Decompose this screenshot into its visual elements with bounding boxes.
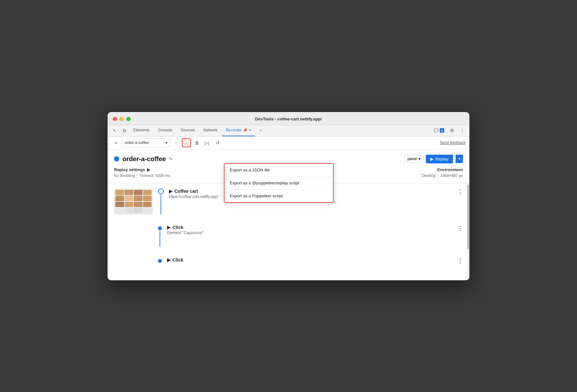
devtools-body: ↖ ⧉ Elements Console Sources Network (108, 125, 469, 280)
thumb-cell (125, 202, 133, 207)
close-button[interactable] (113, 117, 117, 121)
layers-icon: ⧉ (123, 128, 126, 133)
step-title-2: ▶ Click (167, 225, 452, 230)
delete-btn[interactable]: 🗑 (192, 138, 201, 147)
recording-select-name: order-a-coffee (125, 140, 149, 145)
play-icon: ▶ (430, 157, 434, 161)
fullscreen-button[interactable] (126, 117, 131, 121)
step-content-3: ▶ Click (167, 257, 452, 263)
send-feedback-link[interactable]: Send feedback (440, 140, 466, 145)
thumb-cell (143, 208, 152, 213)
replay-dropdown-btn[interactable]: ▾ (456, 155, 463, 163)
panel-chevron-icon: ▾ (418, 157, 420, 161)
export-puppeteer-replay-item[interactable]: Export as a @puppeteer/replay script (225, 177, 333, 190)
export-puppeteer-item[interactable]: Export as a Puppeteer script (225, 190, 333, 202)
recording-select[interactable]: order-a-coffee ▾ (122, 138, 170, 147)
trash-icon: 🗑 (195, 140, 199, 145)
step-connector-3 (158, 257, 162, 263)
step-expand-icon[interactable]: ▶ (169, 189, 173, 194)
download-icon: ↓ (185, 140, 188, 145)
thumb-cell (125, 208, 133, 213)
edit-icon[interactable]: ✎ (169, 156, 173, 161)
toolbar: + order-a-coffee ▾ ↑ ↓ 🗑 ▷| ↺ Send feedb… (108, 137, 469, 150)
cursor-icon-btn[interactable]: ↖ (110, 126, 119, 135)
step-more-3[interactable]: ⋮ (457, 257, 463, 264)
window-title: DevTools - coffee-cart.netlify.app/ (255, 117, 322, 121)
download-btn[interactable]: ↓ (182, 138, 191, 147)
title-bar: DevTools - coffee-cart.netlify.app/ (108, 112, 469, 125)
panel-controls: panel ▾ ▶ Replay ▾ (404, 155, 463, 163)
step-expand-icon-2[interactable]: ▶ (167, 225, 171, 230)
scrollbar[interactable] (467, 183, 469, 280)
refresh-icon: ↺ (216, 140, 219, 145)
settings-expand-icon: ▶ (147, 167, 150, 172)
thumb-cell (134, 190, 142, 195)
step-line-2 (160, 231, 160, 247)
step-circle-filled-2 (158, 226, 162, 230)
thumb-cell (134, 208, 142, 213)
thumb-cell (125, 196, 133, 201)
panel-select[interactable]: panel ▾ (404, 155, 423, 163)
thumb-cell (115, 208, 124, 213)
thumb-cell (115, 202, 124, 207)
thumb-cell (143, 202, 152, 207)
overflow-icon: ⋮ (460, 128, 465, 133)
thumb-cell (115, 190, 124, 195)
play-step-icon: ▷| (205, 140, 209, 145)
chat-icon: 💬 (434, 128, 438, 133)
recording-title: order-a-coffee (122, 155, 166, 163)
tab-console[interactable]: Console (154, 125, 176, 136)
step-click-1: ▶ Click Element "Cappucino" ⋮ (114, 225, 463, 247)
thumb-cell (115, 196, 124, 201)
step-expand-icon-3[interactable]: ▶ (167, 257, 171, 263)
thumb-cell (125, 190, 133, 195)
thumb-cell (134, 202, 142, 207)
upload-btn[interactable]: ↑ (172, 138, 181, 147)
step-thumbnail (114, 189, 153, 214)
recorder-close-icon[interactable]: × (249, 128, 251, 132)
replay-settings-section: Replay settings ▶ No throttling | Timeou… (114, 167, 170, 178)
traffic-lights (113, 117, 131, 121)
refresh-btn[interactable]: ↺ (213, 138, 222, 147)
divider: | (137, 173, 139, 178)
devtools-window: DevTools - coffee-cart.netlify.app/ ↖ ⧉ … (108, 112, 469, 280)
step-more-1[interactable]: ⋮ (457, 189, 463, 196)
tab-bar: ↖ ⧉ Elements Console Sources Network (108, 125, 469, 137)
overflow-menu-btn[interactable]: ⋮ (458, 126, 467, 135)
tab-bar-right: 💬 1 ⚙ ⋮ (432, 126, 467, 135)
chevron-down-icon: ▾ (165, 140, 167, 145)
replay-chevron-icon: ▾ (458, 157, 460, 161)
tab-sources[interactable]: Sources (177, 125, 199, 136)
tab-recorder[interactable]: Recorder 📌 × (222, 125, 255, 136)
thumb-cell (143, 190, 152, 195)
upload-icon: ↑ (175, 140, 177, 145)
step-connector-2 (158, 225, 162, 247)
replay-button[interactable]: ▶ Replay (426, 155, 453, 163)
step-subtitle-2: Element "Cappucino" (167, 231, 452, 235)
scrollbar-thumb[interactable] (467, 185, 469, 249)
export-json-item[interactable]: Export as a JSON file (225, 164, 333, 177)
thumb-cell (134, 196, 142, 201)
recording-header: order-a-coffee ✎ panel ▾ ▶ Replay ▾ (114, 155, 463, 163)
add-recording-btn[interactable]: + (111, 138, 121, 147)
tab-elements[interactable]: Elements (130, 125, 153, 136)
step-connector-1 (158, 189, 164, 214)
feedback-badge-btn[interactable]: 💬 1 (432, 127, 446, 134)
replay-settings-label[interactable]: Replay settings ▶ (114, 167, 170, 172)
tab-network[interactable]: Network (199, 125, 221, 136)
environment-section: Environment Desktop | 1469×887 px (422, 167, 463, 178)
play-step-btn[interactable]: ▷| (203, 138, 212, 147)
thumb-cell (143, 196, 152, 201)
layers-icon-btn[interactable]: ⧉ (120, 126, 129, 135)
cursor-icon: ↖ (113, 128, 117, 133)
step-more-2[interactable]: ⋮ (457, 225, 463, 232)
env-values: Desktop | 1469×887 px (422, 173, 463, 178)
tab-overflow[interactable]: » (256, 125, 266, 136)
step-circle-filled-3 (158, 259, 162, 263)
minimize-button[interactable] (120, 117, 124, 121)
settings-values: No throttling | Timeout: 5000 ms (114, 173, 170, 178)
step-title-3: ▶ Click (167, 257, 452, 263)
settings-btn[interactable]: ⚙ (447, 126, 456, 135)
recording-status-dot (114, 156, 119, 161)
badge-count: 1 (440, 128, 444, 133)
